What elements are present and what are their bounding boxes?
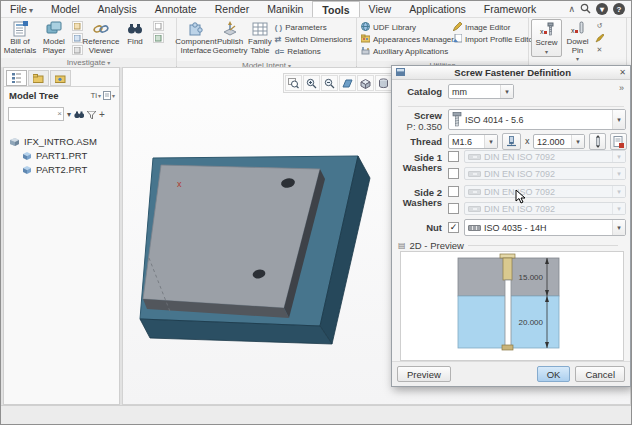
tree-item-assembly[interactable]: IFX_INTRO.ASM [9, 134, 119, 148]
auxiliary-applications-icon [361, 46, 370, 57]
collapse-ribbon-icon[interactable]: ∧ [568, 2, 575, 16]
nut-checkbox[interactable]: ✓ [448, 222, 459, 233]
component-interface-button[interactable]: Component Interface [179, 19, 213, 55]
datum-point-marker[interactable]: x [177, 179, 182, 189]
dialog-title-bar[interactable]: Screw Fastener Definition ✕ [392, 66, 630, 80]
side1-washer2-checkbox[interactable] [448, 168, 459, 179]
delete-fastener-icon[interactable]: ✕ [594, 45, 605, 55]
chevron-down-icon: ▾ [612, 186, 625, 197]
screw-select[interactable]: ISO 4014 - 5.6 ▾ [448, 109, 626, 130]
tab-framework[interactable]: Framework [475, 1, 546, 17]
close-icon[interactable]: ✕ [619, 68, 626, 77]
thread-depth-button[interactable] [502, 133, 521, 150]
side1-washer1-checkbox[interactable] [448, 151, 459, 162]
find-in-tree-icon[interactable] [74, 105, 84, 123]
side1-washer1-select: DIN EN ISO 7092 ▾ [464, 150, 626, 163]
udf-library-button[interactable]: UDF Library [361, 22, 449, 33]
tab-model[interactable]: Model [42, 1, 89, 17]
tab-analysis[interactable]: Analysis [89, 1, 146, 17]
filter-icon[interactable] [87, 105, 96, 123]
saved-orientations-icon[interactable] [357, 75, 374, 91]
collapse-section-icon[interactable]: ▤ [398, 241, 406, 250]
publish-geometry-button[interactable]: Publish Geometry [213, 19, 247, 55]
folder-browser-tab[interactable] [28, 70, 49, 86]
search-options-icon[interactable]: ▾ [67, 110, 71, 119]
import-profile-editor-label: Import Profile Editor [465, 35, 536, 44]
display-style-icon[interactable] [375, 75, 392, 91]
catalog-select[interactable]: mm ▾ [448, 84, 514, 99]
dialog-title: Screw Fastener Definition [406, 67, 619, 78]
favorites-tab[interactable] [50, 70, 71, 86]
import-profile-editor-button[interactable]: Import Profile Editor [453, 34, 527, 45]
tree-columns-button[interactable]: Ti▾ [91, 91, 101, 100]
expand-settings-icon[interactable]: + [99, 109, 105, 120]
mini-tool-button[interactable] [72, 45, 83, 55]
dowel-pin-button[interactable]: x Dowel Pin ▾ [562, 19, 593, 64]
auto-placement-button[interactable] [610, 133, 627, 150]
help-icon[interactable]: ? [613, 3, 625, 15]
screw-button[interactable]: x Screw ▾ [531, 19, 562, 57]
expand-options-icon[interactable]: » [619, 83, 624, 93]
thread-size-select[interactable]: M1.6 ▾ [448, 134, 498, 149]
screw-length-button[interactable] [589, 133, 606, 150]
zoom-out-icon[interactable] [321, 75, 338, 91]
find-button[interactable]: Find [118, 19, 152, 47]
tree-search-input[interactable] [9, 113, 63, 125]
side2-washer2-checkbox[interactable] [448, 203, 459, 214]
zoom-in-icon[interactable] [303, 75, 320, 91]
dowel-pin-icon: x [570, 20, 586, 37]
regenerate-fasteners-icon[interactable]: ↺ [594, 21, 605, 31]
model-tree-tab[interactable] [6, 70, 27, 86]
mini-tool-button[interactable] [153, 33, 164, 43]
bill-of-materials-button[interactable]: Bill of Materials [3, 19, 37, 55]
parameters-button[interactable]: ( ) Parameters [275, 22, 352, 33]
ok-button[interactable]: OK [537, 366, 571, 382]
tab-render[interactable]: Render [206, 1, 258, 17]
relations-button[interactable]: d= Relations [275, 46, 352, 57]
auxiliary-applications-button[interactable]: Auxiliary Applications [361, 46, 449, 57]
screw-value: ISO 4014 - 5.6 [465, 115, 524, 125]
clear-search-icon[interactable]: × [57, 108, 62, 120]
folder-icon [33, 74, 44, 83]
preview-screw-head [500, 254, 515, 258]
washer-value: DIN EN ISO 7092 [484, 152, 555, 162]
tab-annotate[interactable]: Annotate [146, 1, 206, 17]
thread-length-select[interactable]: 12.000 ▾ [533, 134, 585, 149]
part-icon [22, 165, 32, 174]
sync-status-icon[interactable]: ▾ [596, 3, 608, 15]
thread-depth-icon [506, 136, 517, 148]
zoom-region-icon[interactable] [285, 75, 302, 91]
family-table-button[interactable]: Family Table [247, 19, 273, 55]
dowel-pin-label: Dowel Pin [562, 38, 593, 55]
preview-section-header[interactable]: ▤ 2D - Preview [398, 240, 618, 251]
cancel-button[interactable]: Cancel [575, 366, 625, 382]
tree-item-part2[interactable]: PART2.PRT [9, 162, 119, 176]
nut-select[interactable]: ISO 4035 - 14H ▾ [464, 219, 626, 236]
image-editor-button[interactable]: Image Editor [453, 22, 527, 33]
tree-settings-button[interactable]: ▾ [103, 91, 115, 100]
tab-tools[interactable]: Tools [312, 1, 359, 17]
tree-item-part1[interactable]: PART1.PRT [9, 148, 119, 162]
tab-file[interactable]: File▾ [1, 1, 42, 17]
refit-icon[interactable] [339, 75, 356, 91]
mini-tool-button[interactable] [72, 21, 83, 31]
model-player-button[interactable]: Model Player [37, 19, 71, 55]
2d-preview-drawing: 15.000 20.000 [401, 252, 623, 360]
switch-dimensions-button[interactable]: ⇄ Switch Dimensions [275, 34, 352, 45]
auxiliary-applications-label: Auxiliary Applications [373, 47, 448, 56]
preview-button[interactable]: Preview [397, 366, 451, 382]
preview-screw-nut [502, 345, 513, 350]
mini-tool-button[interactable] [153, 21, 164, 31]
tab-applications[interactable]: Applications [400, 1, 475, 17]
appearances-manager-button[interactable]: Appearances Manager [361, 34, 449, 45]
tab-view[interactable]: View [360, 1, 401, 17]
tab-manikin[interactable]: Manikin [258, 1, 312, 17]
side2-washer1-checkbox[interactable] [448, 186, 459, 197]
redefine-fastener-icon[interactable] [594, 33, 605, 43]
side2-washers-label: Washers [396, 197, 442, 208]
reference-viewer-button[interactable]: Reference Viewer [84, 19, 118, 55]
mini-tool-button[interactable] [72, 33, 83, 43]
preview-screw-shank [503, 258, 512, 280]
search-icon[interactable] [580, 3, 591, 16]
dim-bottom-text: 20.000 [519, 318, 544, 327]
